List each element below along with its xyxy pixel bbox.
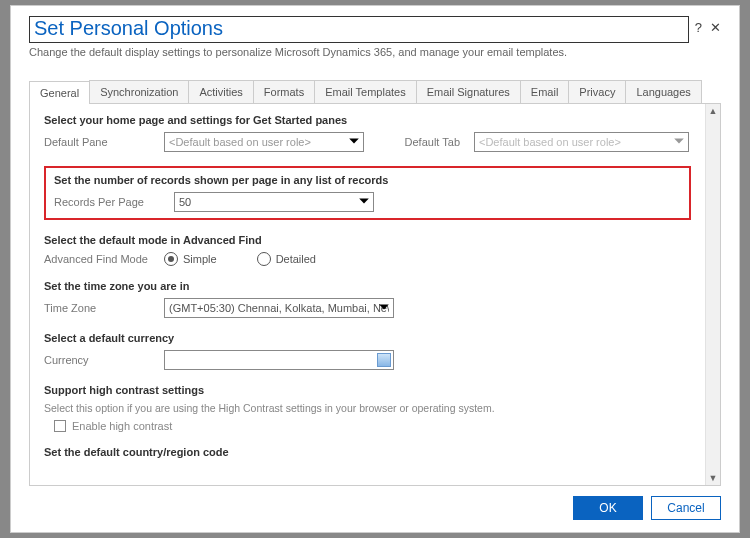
header-icons: ? ✕ — [695, 16, 721, 35]
general-pane: Select your home page and settings for G… — [30, 104, 705, 485]
contrast-hint: Select this option if you are using the … — [44, 402, 691, 414]
tab-email[interactable]: Email — [520, 80, 570, 103]
section-timezone: Set the time zone you are in Time Zone — [44, 280, 691, 318]
section-find: Select the default mode in Advanced Find… — [44, 234, 691, 266]
scroll-up-icon: ▲ — [709, 104, 718, 118]
personal-options-dialog: Set Personal Options Change the default … — [10, 5, 740, 533]
scrollbar[interactable]: ▲ ▼ — [705, 104, 720, 485]
radio-dot-icon — [257, 252, 271, 266]
ok-button[interactable]: OK — [573, 496, 643, 520]
currency-label: Currency — [44, 354, 164, 366]
records-per-page-select[interactable] — [174, 192, 374, 212]
tab-email-signatures[interactable]: Email Signatures — [416, 80, 521, 103]
lookup-icon — [377, 353, 391, 367]
section-records-heading: Set the number of records shown per page… — [54, 174, 681, 186]
default-pane-select[interactable] — [164, 132, 364, 152]
title-block: Set Personal Options Change the default … — [29, 16, 695, 58]
tab-formats[interactable]: Formats — [253, 80, 315, 103]
advanced-find-mode-group: Simple Detailed — [164, 252, 316, 266]
section-home-heading: Select your home page and settings for G… — [44, 114, 691, 126]
default-tab-select[interactable] — [474, 132, 689, 152]
scroll-down-icon: ▼ — [709, 471, 718, 485]
section-currency-heading: Select a default currency — [44, 332, 691, 344]
currency-lookup[interactable] — [164, 350, 394, 370]
radio-detailed[interactable]: Detailed — [257, 252, 316, 266]
radio-dot-icon — [164, 252, 178, 266]
dialog-subtitle: Change the default display settings to p… — [29, 46, 695, 58]
time-zone-label: Time Zone — [44, 302, 164, 314]
tab-privacy[interactable]: Privacy — [568, 80, 626, 103]
section-currency: Select a default currency Currency — [44, 332, 691, 370]
dialog-footer: OK Cancel — [29, 486, 721, 520]
section-region-heading: Set the default country/region code — [44, 446, 691, 458]
dialog-title: Set Personal Options — [29, 16, 689, 43]
default-tab-label: Default Tab — [364, 136, 474, 148]
tab-activities[interactable]: Activities — [188, 80, 253, 103]
section-contrast: Support high contrast settings Select th… — [44, 384, 691, 432]
content-wrap: Select your home page and settings for G… — [29, 104, 721, 486]
dialog-header: Set Personal Options Change the default … — [29, 16, 721, 58]
cancel-button[interactable]: Cancel — [651, 496, 721, 520]
section-records-highlight: Set the number of records shown per page… — [44, 166, 691, 220]
close-icon[interactable]: ✕ — [710, 20, 721, 35]
radio-simple[interactable]: Simple — [164, 252, 217, 266]
radio-detailed-label: Detailed — [276, 253, 316, 265]
help-icon[interactable]: ? — [695, 20, 702, 35]
checkbox-icon — [54, 420, 66, 432]
tab-languages[interactable]: Languages — [625, 80, 701, 103]
records-per-page-label: Records Per Page — [54, 196, 174, 208]
section-tz-heading: Set the time zone you are in — [44, 280, 691, 292]
advanced-find-mode-label: Advanced Find Mode — [44, 253, 164, 265]
tab-email-templates[interactable]: Email Templates — [314, 80, 417, 103]
section-find-heading: Select the default mode in Advanced Find — [44, 234, 691, 246]
default-pane-label: Default Pane — [44, 136, 164, 148]
section-region: Set the default country/region code — [44, 446, 691, 458]
enable-high-contrast-label: Enable high contrast — [72, 420, 172, 432]
tab-general[interactable]: General — [29, 81, 90, 104]
time-zone-select[interactable] — [164, 298, 394, 318]
section-contrast-heading: Support high contrast settings — [44, 384, 691, 396]
tab-bar: General Synchronization Activities Forma… — [29, 80, 721, 104]
enable-high-contrast-row[interactable]: Enable high contrast — [54, 420, 691, 432]
radio-simple-label: Simple — [183, 253, 217, 265]
section-home: Select your home page and settings for G… — [44, 114, 691, 152]
tab-synchronization[interactable]: Synchronization — [89, 80, 189, 103]
